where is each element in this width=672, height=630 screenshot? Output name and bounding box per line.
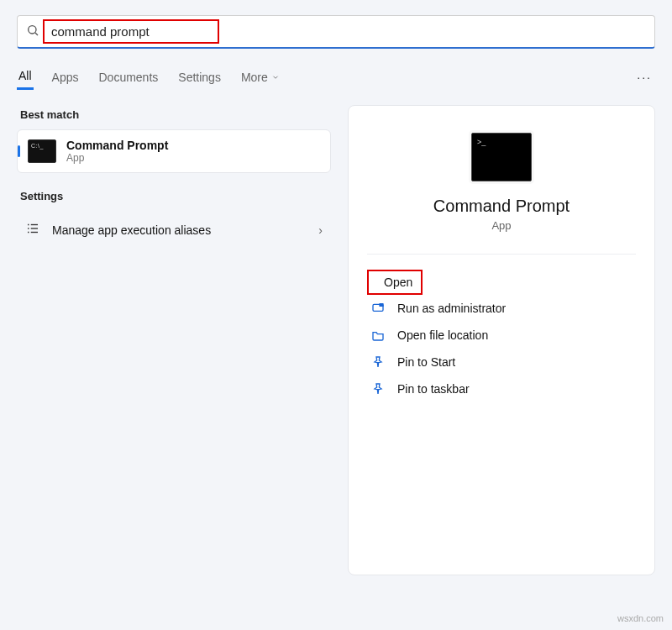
tab-all[interactable]: All (17, 64, 34, 90)
action-label: Pin to Start (397, 355, 455, 369)
action-run-as-administrator[interactable]: Run as administrator (367, 295, 636, 322)
result-subtitle: App (66, 152, 168, 164)
action-open-file-location[interactable]: Open file location (367, 322, 636, 349)
settings-item-label: Manage app execution aliases (52, 223, 211, 237)
preview-app-icon (471, 133, 532, 181)
pin-icon (370, 355, 386, 369)
action-label: Open file location (397, 328, 488, 342)
tab-settings[interactable]: Settings (176, 66, 223, 89)
svg-line-1 (35, 33, 38, 35)
settings-item-execution-aliases[interactable]: Manage app execution aliases › (17, 211, 331, 249)
watermark: wsxdn.com (617, 613, 664, 623)
search-input[interactable] (46, 21, 216, 42)
result-command-prompt[interactable]: Command Prompt App (17, 129, 331, 173)
settings-group-label: Settings (17, 186, 331, 211)
open-action-highlight: Open (367, 270, 423, 295)
tab-apps[interactable]: Apps (50, 66, 81, 89)
action-pin-to-start[interactable]: Pin to Start (367, 349, 636, 375)
pin-icon (370, 382, 386, 396)
result-title: Command Prompt (66, 139, 168, 152)
start-search-window: All Apps Documents Settings More ··· Bes… (0, 0, 672, 630)
list-settings-icon (25, 221, 40, 239)
tab-documents[interactable]: Documents (97, 66, 160, 89)
search-query-highlight (43, 19, 219, 44)
preview-title: Command Prompt (367, 197, 636, 216)
tab-more[interactable]: More (239, 66, 281, 89)
folder-icon (370, 328, 386, 342)
shield-icon (370, 302, 386, 315)
chevron-right-icon: › (318, 223, 323, 237)
tab-more-label: More (241, 71, 268, 84)
action-label: Pin to taskbar (397, 382, 470, 396)
svg-rect-11 (379, 303, 383, 307)
overflow-menu-button[interactable]: ··· (633, 67, 655, 87)
preview-subtitle: App (367, 219, 636, 232)
search-icon (26, 24, 39, 40)
result-text: Command Prompt App (66, 139, 168, 164)
action-open[interactable]: Open (384, 276, 412, 289)
results-list: Best match Command Prompt App Settings M… (17, 105, 331, 575)
preview-divider (367, 254, 636, 255)
svg-point-0 (29, 25, 36, 33)
command-prompt-icon (28, 139, 56, 163)
best-match-label: Best match (17, 105, 331, 129)
action-pin-to-taskbar[interactable]: Pin to taskbar (367, 375, 636, 402)
chevron-down-icon (271, 71, 280, 84)
results-area: Best match Command Prompt App Settings M… (17, 105, 655, 575)
result-preview-pane: Command Prompt App Open Run as administr… (348, 105, 655, 575)
search-bar[interactable] (17, 15, 655, 49)
filter-tabs: All Apps Documents Settings More ··· (17, 64, 655, 90)
action-label: Run as administrator (397, 302, 506, 315)
